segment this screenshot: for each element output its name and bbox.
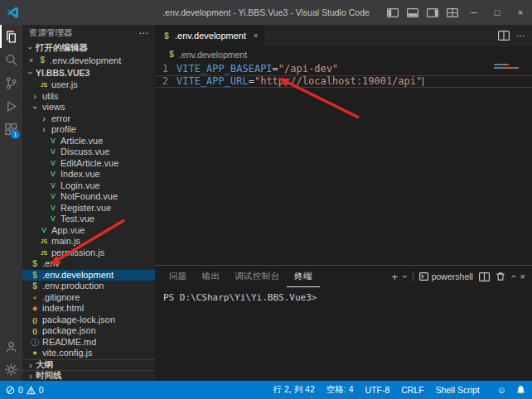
open-editor-item[interactable]: × $ .env.development (22, 54, 155, 66)
vscode-logo-icon (7, 6, 20, 19)
status-segment-label: UTF-8 (365, 385, 389, 395)
kill-terminal-icon[interactable] (496, 272, 505, 281)
tree-item[interactable]: › profile (22, 124, 155, 136)
tree-item[interactable]: V Index.vue (22, 169, 155, 180)
project-section-header[interactable]: › YI.BBS.VUE3 (22, 66, 155, 79)
file-icon: V (48, 136, 58, 147)
new-terminal-icon[interactable]: + (391, 271, 398, 283)
tree-item[interactable]: ● .gitignore (22, 292, 155, 304)
terminal-dropdown-icon[interactable]: › (400, 275, 410, 278)
status-segment[interactable]: 行 2, 列 42 (273, 384, 315, 396)
close-button[interactable]: × (509, 0, 532, 25)
tree-item[interactable]: JS user.js (22, 79, 155, 91)
error-count: 0 (18, 385, 23, 395)
open-editors-section-header[interactable]: › 打开的编辑器 (22, 41, 155, 54)
terminal-output[interactable]: PS D:\CSharp\Yi\Yi.BBS.Vue3> (155, 287, 532, 381)
tree-item[interactable]: {} package.json (22, 325, 155, 337)
settings-button[interactable] (0, 358, 22, 381)
status-segment[interactable]: Shell Script (436, 385, 480, 395)
tree-item[interactable]: $ .env (22, 258, 155, 270)
toggle-panel-icon[interactable] (403, 0, 423, 25)
outline-section-header[interactable]: › 大纲 (22, 359, 155, 370)
split-editor-icon[interactable] (498, 31, 510, 41)
status-segment-label: Shell Script (436, 385, 480, 395)
panel-tab[interactable]: 调试控制台 (227, 266, 287, 287)
more-actions-icon[interactable]: ⋯ (516, 31, 525, 41)
bottom-panel: 问题 输出 调试控制台 终端 + › powershell (155, 265, 532, 381)
file-icon: › (30, 91, 40, 103)
account-button[interactable] (0, 334, 22, 358)
tree-item[interactable]: JS main.js (22, 236, 155, 248)
minimap[interactable] (494, 64, 530, 70)
file-icon: V (39, 225, 49, 237)
file-icon: $ (30, 270, 40, 281)
panel-tab[interactable]: 终端 (287, 266, 320, 287)
editor-actions: ⋯ (498, 25, 532, 46)
tree-item[interactable]: {} package-lock.json (22, 315, 155, 326)
feedback-smiley-icon[interactable]: ☺ (497, 385, 506, 395)
toggle-sidebar-icon[interactable] (383, 0, 403, 25)
tree-item[interactable]: V App.vue (22, 225, 155, 237)
minimize-button[interactable]: ─ (462, 0, 486, 25)
file-icon: V (48, 169, 58, 180)
customize-layout-icon[interactable] (443, 0, 462, 25)
minimap-line (494, 64, 530, 65)
toggle-secondary-sidebar-icon[interactable] (423, 0, 443, 25)
status-segment[interactable]: CRLF (401, 385, 423, 395)
shell-label: powershell (432, 272, 473, 281)
breadcrumb[interactable]: $ .env.development (155, 46, 532, 62)
tree-item[interactable]: JS permission.js (22, 248, 155, 259)
run-debug-activity-button[interactable] (0, 94, 22, 118)
panel-tabs: 问题 输出 调试控制台 终端 (162, 266, 320, 287)
file-icon: JS (39, 248, 49, 259)
maximize-button[interactable]: □ (486, 0, 509, 25)
shell-picker[interactable]: powershell (419, 272, 473, 281)
account-icon (4, 339, 18, 353)
tree-item[interactable]: ★ vite.config.js (22, 348, 155, 359)
tree-item[interactable]: V Login.vue (22, 180, 155, 192)
search-activity-button[interactable] (0, 48, 22, 71)
file-name: views (42, 102, 65, 113)
file-icon: ● (30, 292, 40, 304)
tree-item[interactable]: $ .env.development (22, 270, 155, 281)
tree-item[interactable]: › utils (22, 91, 155, 103)
status-segment[interactable]: UTF-8 (365, 385, 389, 395)
panel-tab[interactable]: 输出 (195, 266, 228, 287)
status-segment[interactable]: 空格: 4 (326, 384, 354, 396)
titlebar-controls: ─ □ × (383, 0, 532, 25)
file-name: utils (42, 91, 59, 103)
maximize-panel-icon[interactable]: › (508, 275, 518, 278)
file-icon: ⓘ (30, 337, 40, 349)
close-panel-icon[interactable]: × (520, 272, 525, 281)
tree-item[interactable]: V Article.vue (22, 136, 155, 147)
tree-item[interactable]: › views (22, 102, 155, 113)
code-editor[interactable]: 1VITE_APP_BASEAPI="/api-dev" 2VITE_APP_U… (155, 62, 532, 265)
tree-item[interactable]: V Discuss.vue (22, 147, 155, 158)
tree-item[interactable]: V NotFound.vue (22, 191, 155, 203)
env-value: "/api-dev" (278, 63, 338, 75)
tree-item[interactable]: V Test.vue (22, 214, 155, 225)
split-terminal-icon[interactable] (479, 272, 490, 281)
tree-item[interactable]: V EditArticle.vue (22, 158, 155, 170)
panel-tab[interactable]: 问题 (162, 266, 195, 287)
extensions-activity-button[interactable]: 1 (0, 118, 22, 141)
notifications-bell-icon[interactable] (516, 385, 525, 395)
outline-label: 大纲 (36, 359, 53, 371)
source-control-activity-button[interactable] (0, 71, 22, 94)
status-bar: 0 0 行 2, 列 42 空格: 4 UTF-8 CRLF Shell Scr… (0, 381, 532, 399)
file-icon: {} (30, 325, 40, 337)
close-icon[interactable]: × (29, 56, 33, 65)
tab-close-icon[interactable]: × (254, 31, 258, 40)
tree-item[interactable]: ◆ index.html (22, 303, 155, 315)
timeline-section-header[interactable]: › 时间线 (22, 370, 155, 381)
explorer-activity-button[interactable] (0, 25, 22, 48)
tree-item[interactable]: $ .env.production (22, 281, 155, 292)
tab-env-development[interactable]: $ .env.development × (155, 25, 265, 46)
sidebar-more-actions-icon[interactable]: ⋯ (138, 27, 148, 39)
problems-status[interactable]: 0 0 (6, 385, 44, 395)
tree-item[interactable]: ⓘ README.md (22, 337, 155, 349)
tree-item[interactable]: V Register.vue (22, 203, 155, 214)
file-name: error (51, 113, 70, 125)
file-name: .env.production (42, 281, 104, 292)
tree-item[interactable]: › error (22, 113, 155, 125)
